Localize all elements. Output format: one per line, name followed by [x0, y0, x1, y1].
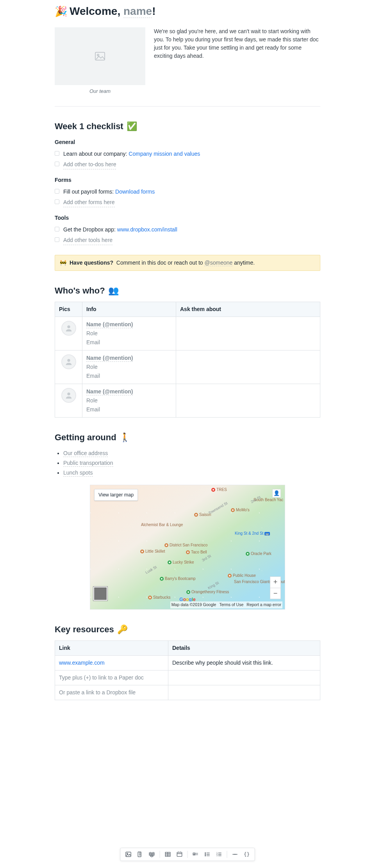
th-link: Link — [55, 640, 168, 655]
list-item[interactable]: Our office address — [63, 448, 320, 458]
map-embed[interactable]: TRESSouth Beach YacMoMo'sSaisonAlchemist… — [90, 485, 285, 610]
intro-paragraph[interactable]: We're so glad you're here, and we can't … — [154, 27, 320, 60]
avatar[interactable] — [61, 321, 76, 336]
zoom-out-button[interactable]: − — [270, 588, 280, 599]
whos-who-table[interactable]: Pics Info Ask them about Name (@mention)… — [55, 302, 320, 418]
list-item[interactable]: Lunch spots — [63, 468, 320, 478]
checklist-group-heading: Forms — [55, 176, 320, 184]
resources-table[interactable]: Link Details www.example.comDescribe why… — [55, 640, 320, 700]
ask-about-cell[interactable] — [176, 317, 320, 350]
page-title: 🎉 Welcome, name! — [55, 3, 320, 20]
person-email: Email — [86, 405, 172, 414]
svg-point-4 — [67, 392, 70, 395]
checklist-heading: Week 1 checklist ✅ — [55, 120, 320, 133]
checklist-text: Learn about our company: Company mission… — [63, 150, 200, 158]
people-emoji: 👥 — [108, 284, 119, 297]
questions-callout[interactable]: 🚧 Have questions? Comment in this doc or… — [55, 255, 320, 271]
th-ask: Ask them about — [176, 302, 320, 317]
map-poi[interactable]: TRES — [211, 487, 227, 493]
checklist-item[interactable]: Add other to-dos here — [55, 159, 320, 171]
team-image-caption: Our team — [89, 87, 111, 95]
map-zoom-controls: + − — [270, 576, 281, 599]
avatar[interactable] — [61, 388, 76, 403]
resource-link-placeholder[interactable]: Or paste a link to a Dropbox file — [55, 685, 168, 700]
checklist-text: Get the Dropbox app: www.dropbox.com/ins… — [63, 226, 177, 234]
checkbox[interactable] — [55, 237, 59, 242]
callout-mention[interactable]: @someone — [204, 260, 232, 266]
person-name[interactable]: Name (@mention) — [86, 388, 133, 395]
checklist-placeholder[interactable]: Add other to-dos here — [63, 160, 116, 169]
construction-emoji: 🚧 — [60, 259, 66, 267]
map-report-link[interactable]: Report a map error — [246, 602, 281, 608]
avatar[interactable] — [61, 354, 76, 369]
map-poi[interactable]: District San Francisco — [164, 542, 207, 548]
table-row[interactable]: Name (@mention)RoleEmail — [55, 350, 320, 384]
person-name[interactable]: Name (@mention) — [86, 355, 133, 362]
person-name[interactable]: Name (@mention) — [86, 321, 133, 328]
person-email: Email — [86, 372, 172, 381]
key-emoji: 🔑 — [117, 623, 128, 636]
table-row[interactable]: Name (@mention)RoleEmail — [55, 317, 320, 350]
checklist-item[interactable]: Add other tools here — [55, 235, 320, 246]
th-details: Details — [168, 640, 320, 655]
title-name-placeholder[interactable]: name — [123, 5, 152, 18]
checklist-link[interactable]: www.dropbox.com/install — [117, 226, 177, 233]
checklist-placeholder[interactable]: Add other forms here — [63, 198, 115, 207]
svg-point-3 — [67, 359, 70, 361]
person-role: Role — [86, 329, 172, 338]
checklist-link[interactable]: Download forms — [115, 189, 155, 195]
th-info: Info — [82, 302, 176, 317]
view-larger-map-button[interactable]: View larger map — [94, 489, 138, 501]
key-resources-heading: Key resources 🔑 — [55, 623, 320, 636]
resource-link-placeholder[interactable]: Type plus (+) to link to a Paper doc — [55, 670, 168, 685]
map-poi[interactable]: King St & 2nd St 🚌 — [235, 530, 270, 536]
list-item[interactable]: Public transportation — [63, 458, 320, 468]
map-terms-link[interactable]: Terms of Use — [219, 602, 243, 608]
ask-about-cell[interactable] — [176, 384, 320, 417]
checkbox[interactable] — [55, 199, 59, 204]
table-row[interactable]: www.example.comDescribe why people shoul… — [55, 655, 320, 670]
person-email: Email — [86, 338, 172, 347]
ask-about-cell[interactable] — [176, 350, 320, 384]
map-poi[interactable]: Barry's Bootcamp — [160, 576, 196, 582]
map-attribution: Map data ©2019 Google Terms of Use Repor… — [170, 601, 282, 608]
checkbox[interactable] — [55, 151, 59, 156]
getting-around-heading: Getting around 🚶 — [55, 431, 320, 444]
checkbox[interactable] — [55, 162, 59, 166]
checklist-item[interactable]: Fill out payroll forms: Download forms — [55, 187, 320, 197]
map-poi[interactable]: Taco Bell — [186, 549, 207, 555]
resource-details[interactable] — [168, 685, 320, 700]
table-row[interactable]: Type plus (+) to link to a Paper doc — [55, 670, 320, 685]
map-poi[interactable]: Little Skillet — [140, 548, 165, 554]
checkbox[interactable] — [55, 189, 59, 194]
map-poi[interactable]: Alchemist Bar & Lounge — [141, 522, 183, 528]
team-image-placeholder[interactable] — [55, 27, 145, 85]
map-satellite-thumb[interactable] — [93, 587, 107, 601]
map-poi[interactable]: Public House — [228, 573, 256, 578]
person-role: Role — [86, 363, 172, 372]
map-poi[interactable]: MoMo's — [231, 507, 250, 513]
map-signin-icon[interactable]: 👤 — [272, 489, 281, 498]
resource-details[interactable]: Describe why people should visit this li… — [168, 655, 320, 670]
checklist-placeholder[interactable]: Add other tools here — [63, 236, 112, 245]
map-poi[interactable]: Lucky Strike — [168, 559, 194, 565]
map-poi[interactable]: Oracle Park — [246, 551, 271, 557]
table-row[interactable]: Name (@mention)RoleEmail — [55, 384, 320, 417]
checklist-group-heading: General — [55, 138, 320, 146]
resource-link[interactable]: www.example.com — [59, 660, 105, 666]
image-icon — [95, 52, 105, 60]
zoom-in-button[interactable]: + — [270, 577, 280, 588]
map-poi[interactable]: Orangetheory Fitness — [186, 589, 229, 595]
table-row[interactable]: Or paste a link to a Dropbox file — [55, 685, 320, 700]
checklist-item[interactable]: Get the Dropbox app: www.dropbox.com/ins… — [55, 224, 320, 235]
th-pics: Pics — [55, 302, 82, 317]
checklist-link[interactable]: Company mission and values — [129, 151, 200, 157]
resource-details[interactable] — [168, 670, 320, 685]
checkbox[interactable] — [55, 227, 59, 231]
walking-emoji: 🚶 — [120, 431, 130, 444]
checklist-item[interactable]: Learn about our company: Company mission… — [55, 149, 320, 159]
map-poi[interactable]: Starbucks — [148, 594, 170, 600]
divider — [55, 106, 320, 107]
checklist-item[interactable]: Add other forms here — [55, 197, 320, 208]
party-emoji: 🎉 — [55, 4, 67, 19]
